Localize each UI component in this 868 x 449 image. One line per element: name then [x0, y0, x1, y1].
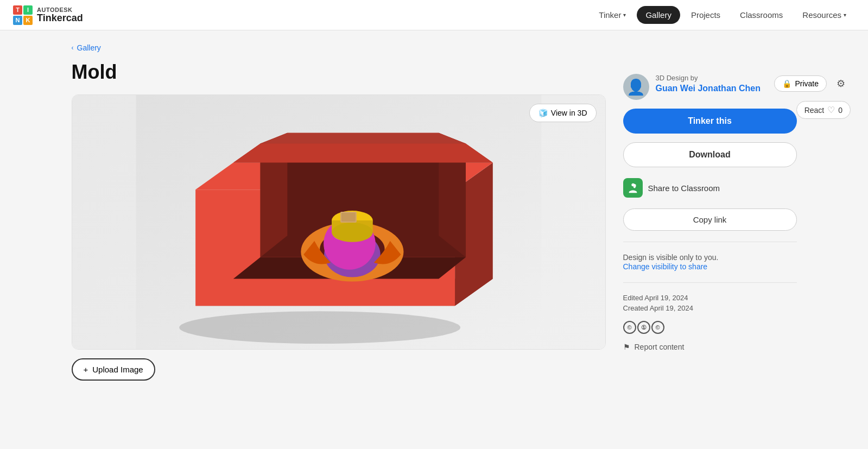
chevron-down-icon: ▾: [623, 12, 626, 18]
tinker-this-button[interactable]: Tinker this: [623, 109, 797, 134]
logo-i: I: [23, 5, 33, 15]
classroom-svg-icon: [627, 182, 639, 194]
cube-icon: 🧊: [538, 109, 548, 117]
page-wrapper: 🔒 Private ⚙ React ♡ 0 ‹ Gallery Mold: [0, 30, 868, 394]
top-right-actions: 🔒 Private ⚙: [774, 74, 851, 93]
page-title: Mold: [72, 61, 606, 84]
designer-block: 👤 3D Design by Guan Wei Jonathan Chen: [623, 74, 797, 100]
logo[interactable]: T I N K AUTODESK Tinkercad: [13, 5, 83, 25]
logo-n: N: [13, 16, 22, 25]
share-classroom-label: Share to Classroom: [648, 184, 720, 193]
avatar: 👤: [623, 74, 649, 100]
logo-grid: T I N K: [13, 5, 33, 25]
back-chevron-icon: ‹: [72, 44, 74, 52]
edited-date: Edited April 19, 2024: [623, 294, 797, 302]
logo-autodesk: AUTODESK: [37, 7, 83, 13]
license-icons: © ① ©: [623, 321, 797, 334]
model-scene-svg: [72, 95, 605, 349]
date-info: Edited April 19, 2024 Created April 19, …: [623, 294, 797, 312]
left-column: ‹ Gallery Mold: [72, 43, 606, 381]
share-classroom-button[interactable]: Share to Classroom: [623, 176, 797, 200]
designer-info: 3D Design by Guan Wei Jonathan Chen: [656, 74, 761, 94]
created-date: Created April 19, 2024: [623, 304, 797, 312]
license-by-icon: ①: [637, 321, 650, 334]
private-badge[interactable]: 🔒 Private: [774, 75, 827, 92]
plus-icon: +: [84, 365, 88, 374]
header: T I N K AUTODESK Tinkercad Tinker ▾ Gall…: [0, 0, 868, 30]
inner-top: [260, 133, 465, 144]
license-nc-icon: ©: [651, 321, 664, 334]
breadcrumb[interactable]: ‹ Gallery: [72, 43, 606, 52]
yellow-bottom-ellipse: [332, 223, 373, 242]
nav-classrooms[interactable]: Classrooms: [731, 6, 791, 24]
gear-icon: ⚙: [837, 78, 845, 90]
main-nav: Tinker ▾ Gallery Projects Classrooms Res…: [590, 6, 855, 24]
tan-square-inner: [341, 213, 355, 222]
divider: [623, 242, 797, 242]
divider-2: [623, 282, 797, 283]
change-visibility-link[interactable]: Change visibility to share: [623, 262, 708, 271]
main-content: ‹ Gallery Mold: [54, 30, 814, 394]
copy-link-button[interactable]: Copy link: [623, 208, 797, 231]
heart-icon: ♡: [827, 105, 835, 115]
flag-icon: ⚑: [623, 343, 630, 351]
lock-icon: 🔒: [782, 79, 791, 88]
classroom-icon: [623, 178, 643, 198]
visibility-text: Design is visible only to you.: [623, 253, 797, 262]
shadow: [179, 311, 460, 344]
license-cc-icon: ©: [623, 321, 636, 334]
nav-gallery[interactable]: Gallery: [637, 6, 680, 24]
model-canvas: 🧊 View in 3D: [72, 95, 605, 349]
nav-projects[interactable]: Projects: [682, 6, 729, 24]
logo-text-group: AUTODESK Tinkercad: [37, 7, 83, 24]
logo-tinkercad: Tinkercad: [37, 13, 83, 24]
logo-t: T: [13, 5, 22, 15]
settings-button[interactable]: ⚙: [831, 74, 851, 93]
react-button[interactable]: React ♡ 0: [796, 101, 851, 119]
report-content-button[interactable]: ⚑ Report content: [623, 343, 797, 351]
right-panel: 👤 3D Design by Guan Wei Jonathan Chen Ti…: [623, 43, 797, 381]
user-icon: 👤: [626, 78, 645, 96]
designer-name[interactable]: Guan Wei Jonathan Chen: [656, 83, 761, 94]
nav-tinker[interactable]: Tinker ▾: [590, 6, 635, 24]
chevron-down-icon: ▾: [844, 12, 846, 18]
model-viewer: 🧊 View in 3D: [72, 94, 606, 350]
nav-resources[interactable]: Resources ▾: [794, 6, 855, 24]
visibility-section: Design is visible only to you. Change vi…: [623, 253, 797, 271]
download-button[interactable]: Download: [623, 142, 797, 167]
view-3d-button[interactable]: 🧊 View in 3D: [529, 104, 597, 122]
upload-image-button[interactable]: + Upload Image: [72, 358, 155, 381]
logo-k: K: [23, 16, 33, 25]
